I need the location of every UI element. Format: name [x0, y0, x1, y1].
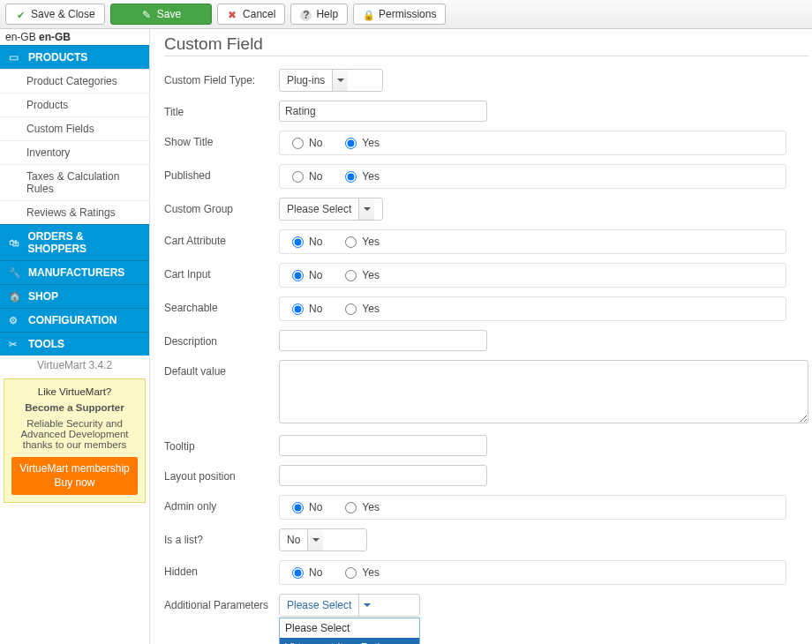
sidebar-products-sub[interactable]: Products: [0, 93, 149, 116]
cft-value: Plug-ins: [280, 74, 332, 86]
sidebar-inv-label: Inventory: [26, 146, 70, 159]
dropdown-option-item-rating[interactable]: Virtuemart-Item Rating: [280, 638, 419, 644]
label-layout-position: Layout position: [164, 465, 279, 483]
cart-attribute-radio-group: No Yes: [279, 229, 786, 254]
sidebar-shop-label: SHOP: [28, 290, 58, 303]
sidebar-reviews[interactable]: Reviews & Ratings: [0, 200, 149, 224]
hidden-yes[interactable]: [345, 567, 357, 579]
searchable-yes[interactable]: [345, 303, 357, 315]
label-custom-group: Custom Group: [164, 198, 279, 215]
sidebar-orders[interactable]: ORDERS & SHOPPERS: [0, 224, 149, 260]
sidebar-manufacturers[interactable]: MANUFACTURERS: [0, 260, 149, 284]
promo-box: Like VirtueMart? Become a Supporter Reli…: [4, 378, 146, 503]
sidebar-cats-label: Product Categories: [26, 75, 117, 87]
admin-only-no[interactable]: [292, 502, 304, 513]
sidebar-cf-label: Custom Fields: [26, 123, 94, 135]
label-description: Description: [164, 330, 279, 348]
additional-parameters-select[interactable]: Please Select Please Select Virtuemart-I…: [279, 594, 420, 617]
is-list-select[interactable]: No: [279, 528, 367, 551]
products-icon: [9, 51, 21, 64]
lang-a: en-GB: [5, 31, 36, 43]
promo-sub: Become a Supporter: [11, 402, 138, 413]
promo-buy-button[interactable]: VirtueMart membership Buy now: [11, 457, 138, 495]
show-title-yes[interactable]: [345, 138, 357, 149]
label-show-title: Show Title: [164, 131, 279, 148]
cart-attr-no[interactable]: [292, 236, 304, 248]
admin-only-radio-group: No Yes: [279, 495, 786, 520]
top-toolbar: Save & Close Save Cancel Help Permission…: [0, 0, 812, 29]
permissions-button[interactable]: Permissions: [353, 4, 446, 25]
label-cart-attribute: Cart Attribute: [164, 229, 279, 247]
searchable-no[interactable]: [292, 303, 304, 315]
chevron-down-icon: [307, 529, 323, 550]
addl-value: Please Select: [280, 599, 358, 611]
label-default-value: Default value: [164, 360, 279, 378]
islist-value: No: [280, 534, 307, 546]
help-button[interactable]: Help: [290, 4, 348, 25]
description-input[interactable]: [279, 330, 487, 351]
yes-label: Yes: [362, 137, 380, 149]
admin-only-yes[interactable]: [345, 502, 357, 513]
gear-icon: [9, 314, 21, 326]
sidebar-custom-fields[interactable]: Custom Fields: [0, 116, 149, 140]
chevron-down-icon: [358, 595, 374, 616]
searchable-radio-group: No Yes: [279, 296, 786, 321]
sidebar: en-GB en-GB PRODUCTS Product Categories …: [0, 29, 150, 644]
custom-field-type-select[interactable]: Plug-ins: [279, 69, 383, 92]
label-tooltip: Tooltip: [164, 435, 279, 453]
label-custom-field-type: Custom Field Type:: [164, 69, 279, 86]
cart-input-yes[interactable]: [345, 270, 357, 281]
custom-group-select[interactable]: Please Select: [279, 198, 383, 221]
sidebar-taxes[interactable]: Taxes & Calculation Rules: [0, 164, 149, 200]
published-no[interactable]: [292, 171, 304, 183]
sidebar-tools-label: TOOLS: [28, 338, 64, 350]
label-additional-parameters: Additional Parameters: [164, 594, 279, 611]
sidebar-orders-label: ORDERS & SHOPPERS: [27, 230, 140, 255]
hidden-radio-group: No Yes: [279, 560, 786, 585]
sidebar-products[interactable]: PRODUCTS: [0, 45, 149, 69]
additional-parameters-dropdown: Please Select Virtuemart-Item Rating Vir…: [279, 618, 420, 644]
no-label: No: [309, 137, 322, 149]
layout-position-input[interactable]: [279, 465, 487, 486]
sidebar-rev-label: Reviews & Ratings: [26, 206, 116, 219]
orders-icon: [9, 236, 20, 249]
pencil-icon: [141, 9, 152, 19]
sidebar-inventory[interactable]: Inventory: [0, 140, 149, 164]
label-title: Title: [164, 101, 279, 118]
save-close-button[interactable]: Save & Close: [5, 4, 105, 25]
sidebar-product-categories[interactable]: Product Categories: [0, 69, 149, 93]
sidebar-shop[interactable]: SHOP: [0, 284, 149, 308]
published-yes[interactable]: [345, 171, 357, 183]
cart-attr-yes[interactable]: [345, 236, 357, 248]
sidebar-configuration[interactable]: CONFIGURATION: [0, 308, 149, 332]
label-cart-input: Cart Input: [164, 263, 279, 281]
lock-icon: [363, 9, 373, 19]
show-title-no[interactable]: [292, 138, 304, 149]
sidebar-config-label: CONFIGURATION: [28, 314, 117, 326]
cancel-label: Cancel: [243, 8, 275, 20]
wrench-icon: [9, 266, 21, 279]
sidebar-tools[interactable]: TOOLS: [0, 332, 149, 356]
shop-icon: [9, 290, 21, 303]
label-admin-only: Admin only: [164, 495, 279, 513]
language-bar: en-GB en-GB: [0, 29, 149, 45]
tools-icon: [9, 338, 21, 350]
published-radio-group: No Yes: [279, 164, 786, 189]
check-icon: [15, 9, 26, 19]
promo-text: Reliable Security and Advanced Developme…: [11, 418, 138, 450]
cart-input-no[interactable]: [292, 270, 304, 281]
permissions-label: Permissions: [379, 8, 436, 20]
promo-buy-line1: VirtueMart membership: [17, 462, 132, 476]
save-button[interactable]: Save: [110, 4, 212, 25]
hidden-no[interactable]: [292, 567, 304, 579]
dropdown-option-please-select[interactable]: Please Select: [280, 618, 419, 638]
cancel-button[interactable]: Cancel: [217, 4, 285, 25]
label-searchable: Searchable: [164, 296, 279, 314]
label-published: Published: [164, 164, 279, 182]
tooltip-input[interactable]: [279, 435, 487, 456]
promo-heading: Like VirtueMart?: [11, 386, 138, 397]
save-close-label: Save & Close: [31, 8, 95, 20]
save-label: Save: [157, 8, 181, 20]
default-value-textarea[interactable]: [279, 360, 808, 423]
title-input[interactable]: [279, 101, 487, 122]
